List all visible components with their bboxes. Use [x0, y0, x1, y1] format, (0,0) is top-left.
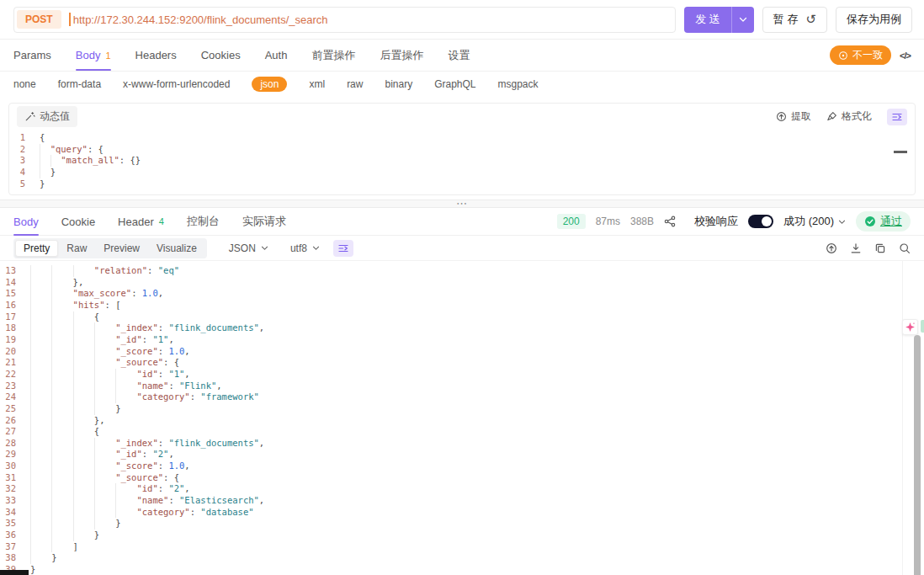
copy-response-button[interactable] [874, 242, 886, 254]
line-content: } [40, 167, 915, 178]
search-icon [899, 242, 911, 254]
line-content: "relation": "eq" [30, 265, 924, 277]
expand-response-button[interactable] [826, 242, 837, 254]
undo-icon[interactable]: ↺ [805, 13, 816, 26]
url-value[interactable]: http://172.30.244.152:9200/flink_documen… [73, 13, 328, 26]
wrap-format-toggle[interactable] [333, 240, 353, 257]
encoding-select[interactable]: utf8 [290, 242, 320, 254]
download-icon [850, 242, 862, 254]
code-line: 21 "_source": { [0, 357, 924, 369]
side-tag-sliver[interactable] [921, 320, 924, 333]
extract-button[interactable]: 提取 [776, 109, 811, 124]
tab-label: Params [13, 49, 51, 61]
language-select[interactable]: JSON [229, 242, 268, 254]
code-text: "_index": "flink_documents", [30, 438, 264, 448]
body-type-binary[interactable]: binary [385, 78, 412, 90]
bottom-overlay-bar [0, 570, 29, 575]
body-type-row: noneform-datax-www-form-urlencodedjsonxm… [0, 72, 924, 96]
code-text: "_index": "flink_documents", [30, 322, 264, 333]
body-type-msgpack[interactable]: msgpack [498, 78, 539, 90]
code-text: "match_all": {} [40, 155, 141, 165]
tab-cookies[interactable]: Cookies [201, 40, 241, 71]
tab-前置操作[interactable]: 前置操作 [311, 40, 355, 71]
tab-auth[interactable]: Auth [265, 40, 288, 71]
tab-body[interactable]: Body [13, 208, 39, 236]
line-number: 23 [0, 381, 30, 392]
view-preview[interactable]: Preview [95, 240, 148, 257]
code-line: 19 "_id": "1", [0, 334, 924, 346]
tab-params[interactable]: Params [13, 40, 51, 71]
line-number: 13 [0, 265, 30, 277]
code-line: 5} [9, 178, 915, 190]
tab-后置操作[interactable]: 后置操作 [380, 40, 423, 71]
view-pretty[interactable]: Pretty [15, 240, 58, 257]
tab-headers[interactable]: Headers [135, 40, 177, 71]
send-button-label[interactable]: 发 送 [684, 7, 731, 33]
chevron-down-icon [739, 16, 747, 23]
dynamic-value-button[interactable]: 动态值 [17, 106, 77, 127]
request-code[interactable]: 1{2 "query": {3 "match_all": {}4 }5} [9, 130, 915, 194]
format-button[interactable]: 格式化 [826, 109, 872, 124]
clean-brush-icon [826, 111, 837, 122]
body-type-json[interactable]: json [252, 77, 287, 92]
tab-label: 后置操作 [380, 48, 423, 63]
tab-label: 前置操作 [311, 48, 355, 63]
line-content: "_index": "flink_documents", [30, 322, 924, 334]
share-icon[interactable] [664, 216, 676, 227]
tab-设置[interactable]: 设置 [448, 40, 470, 71]
view-raw[interactable]: Raw [58, 240, 95, 257]
stash-button[interactable]: 暂 存 ↺ [762, 7, 827, 33]
request-tabs-right: 不一致 </> [830, 45, 911, 65]
line-number: 31 [0, 472, 30, 484]
tab-cookie[interactable]: Cookie [61, 208, 95, 236]
code-text: } [40, 167, 56, 177]
body-type-x-www-form-urlencoded[interactable]: x-www-form-urlencoded [123, 78, 230, 90]
tab-控制台[interactable]: 控制台 [187, 208, 220, 236]
code-text: "_score": 1.0, [30, 346, 190, 356]
tab-header[interactable]: Header4 [118, 208, 164, 236]
body-type-xml[interactable]: xml [309, 78, 325, 90]
auto-format-toggle[interactable] [887, 109, 907, 125]
send-button[interactable]: 发 送 [684, 7, 754, 33]
code-line: 17 { [0, 311, 924, 323]
code-text: "_source": { [30, 472, 179, 482]
ai-assistant-button[interactable] [902, 319, 918, 335]
response-action-icons [826, 242, 911, 254]
tab-label: Auth [265, 49, 288, 61]
code-text: ] [30, 541, 78, 551]
body-type-none[interactable]: none [13, 78, 36, 90]
code-text: "name": "Flink", [30, 381, 222, 391]
tab-body[interactable]: Body1 [76, 40, 111, 71]
line-content: "max_score": 1.0, [30, 288, 924, 300]
response-scrollbar[interactable] [914, 335, 921, 575]
code-line: 20 "_score": 1.0, [0, 346, 924, 358]
code-line: 14 }, [0, 277, 924, 289]
validate-result-select[interactable]: 成功 (200) [783, 214, 846, 229]
line-content: } [30, 552, 924, 564]
body-type-form-data[interactable]: form-data [58, 78, 101, 90]
panel-splitter[interactable]: ⋯ [0, 200, 924, 208]
generate-code-icon[interactable]: </> [900, 51, 911, 61]
format-label: 格式化 [842, 109, 872, 124]
validate-toggle[interactable] [748, 215, 773, 228]
line-number: 29 [0, 449, 30, 461]
tab-实际请求[interactable]: 实际请求 [242, 208, 286, 236]
response-code[interactable]: 13 "relation": "eq"14 },15 "max_score": … [0, 261, 924, 575]
validation-passed-badge[interactable]: 通过 [856, 211, 911, 232]
code-text: "_id": "2", [30, 449, 174, 459]
code-text: "id": "1", [30, 369, 190, 379]
view-visualize[interactable]: Visualize [148, 240, 205, 257]
download-response-button[interactable] [850, 242, 862, 254]
url-input[interactable]: POST http://172.30.244.152:9200/flink_do… [13, 7, 676, 33]
send-options-caret[interactable] [731, 7, 754, 33]
code-line: 35 } [0, 518, 924, 530]
line-content: "_score": 1.0, [30, 461, 924, 472]
method-select[interactable]: POST [17, 10, 61, 29]
save-as-case-button[interactable]: 保存为用例 [836, 7, 912, 33]
body-type-raw[interactable]: raw [347, 78, 363, 90]
body-type-GraphQL[interactable]: GraphQL [434, 78, 475, 90]
response-header: BodyCookieHeader4控制台实际请求 200 87ms 388B 校… [0, 208, 924, 236]
inconsistent-badge[interactable]: 不一致 [830, 45, 891, 65]
language-value: JSON [229, 242, 256, 254]
search-response-button[interactable] [899, 242, 911, 254]
